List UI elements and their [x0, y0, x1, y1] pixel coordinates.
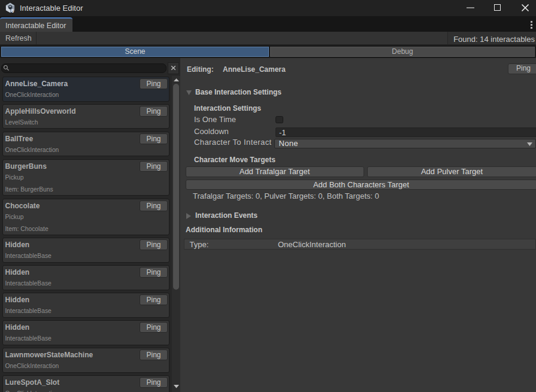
svg-text:6: 6 [11, 8, 14, 13]
